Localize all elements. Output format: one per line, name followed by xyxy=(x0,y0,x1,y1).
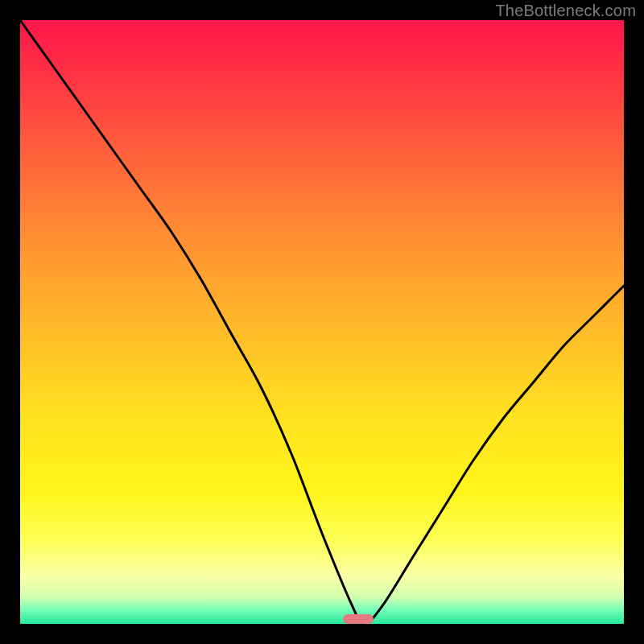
optimal-marker xyxy=(343,614,374,624)
chart-frame: TheBottleneck.com xyxy=(0,0,644,644)
plot-area xyxy=(20,20,624,624)
watermark-text: TheBottleneck.com xyxy=(495,2,636,20)
curve-path xyxy=(20,20,624,624)
bottleneck-curve xyxy=(20,20,624,624)
